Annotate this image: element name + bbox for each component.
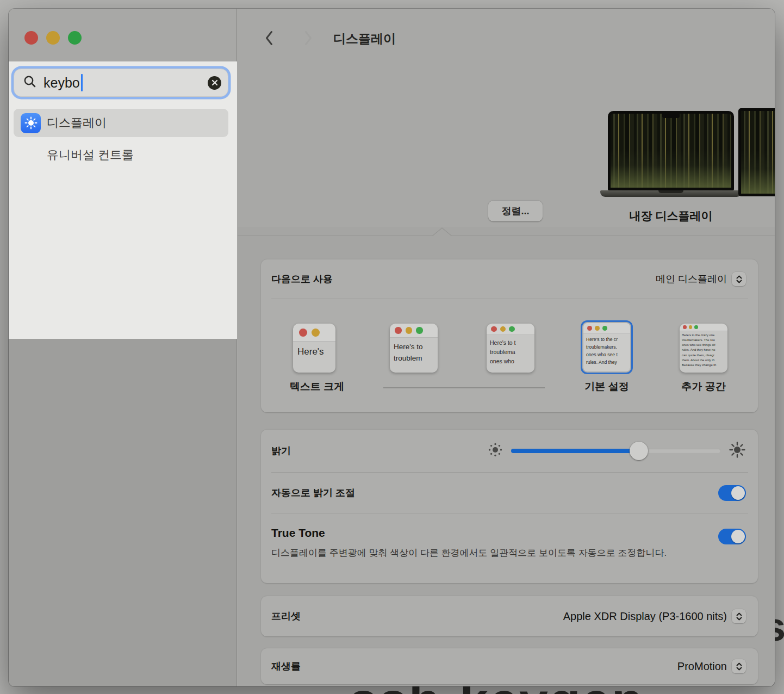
true-tone-description: 디스플레이를 주변광에 맞춰 색상이 다른 환경에서도 일관적으로 보이도록 자… bbox=[271, 546, 685, 561]
scaling-option-3[interactable]: Here's to t troublema ones who bbox=[487, 324, 534, 373]
scaling-preview-text: Here's to the cr troublemakers. ones who… bbox=[583, 333, 630, 367]
builtin-display-name: 내장 디스플레이 bbox=[606, 208, 736, 224]
sidebar: keybo bbox=[9, 9, 237, 686]
brightness-knob[interactable] bbox=[630, 442, 648, 460]
search-result-display[interactable]: 디스플레이 bbox=[14, 109, 228, 137]
brightness-slider[interactable] bbox=[511, 449, 720, 453]
scaling-option-2[interactable]: Here's to troublem bbox=[390, 324, 438, 373]
display-brightness-icon bbox=[21, 113, 41, 133]
forward-button[interactable] bbox=[301, 30, 316, 46]
laptop-base bbox=[600, 190, 742, 197]
clear-search-icon[interactable] bbox=[208, 76, 221, 90]
scaling-label-more-space: 추가 공간 bbox=[657, 380, 750, 394]
search-results-panel: keybo bbox=[9, 61, 237, 339]
brightness-card: 밝기 bbox=[261, 430, 758, 583]
scaling-preview-text: Here's to troublem bbox=[390, 338, 438, 364]
window-controls bbox=[24, 31, 82, 45]
scaling-label-default: 기본 설정 bbox=[561, 380, 653, 394]
auto-brightness-row: 자동으로 밝기 조절 bbox=[261, 473, 758, 513]
builtin-display-preview[interactable] bbox=[608, 111, 734, 190]
close-button[interactable] bbox=[24, 31, 38, 45]
settings-window: keybo bbox=[9, 9, 775, 686]
refresh-rate-row: 재생률 ProMotion bbox=[261, 648, 758, 684]
toggle-knob bbox=[731, 486, 745, 500]
search-icon bbox=[23, 75, 37, 91]
refresh-rate-card: 재생률 ProMotion bbox=[261, 648, 758, 684]
search-value: keybo bbox=[43, 75, 80, 91]
text-cursor bbox=[81, 74, 83, 91]
search-input[interactable]: keybo bbox=[14, 69, 228, 97]
minimize-button[interactable] bbox=[46, 31, 60, 45]
scaling-preview-text: Here's to t troublema ones who bbox=[487, 335, 534, 365]
external-display-name: LG HDR 4K bbox=[741, 208, 775, 221]
brightness-row: 밝기 bbox=[261, 430, 758, 472]
use-as-dropdown[interactable] bbox=[732, 272, 746, 286]
preset-card: 프리셋 Apple XDR Display (P3-1600 nits) bbox=[261, 596, 758, 636]
true-tone-row: True Tone 디스플레이를 주변광에 맞춰 색상이 다른 환경에서도 일관… bbox=[261, 513, 758, 584]
brightness-high-icon bbox=[729, 441, 746, 461]
external-display-preview[interactable] bbox=[738, 108, 775, 196]
scaling-option-default-selected[interactable]: Here's to the cr troublemakers. ones who… bbox=[581, 320, 633, 374]
search-result-label: 디스플레이 bbox=[47, 115, 107, 131]
preset-value: Apple XDR Display (P3-1600 nits) bbox=[563, 610, 727, 623]
section-divider bbox=[238, 236, 775, 236]
refresh-rate-dropdown[interactable] bbox=[732, 659, 746, 673]
scaling-preview-text: Here's bbox=[293, 342, 335, 357]
arrange-displays-button[interactable]: 정렬... bbox=[488, 201, 543, 221]
selected-display-pointer bbox=[432, 227, 452, 236]
search-result-label: 유니버설 컨트롤 bbox=[47, 147, 134, 163]
scaling-scale-line bbox=[383, 387, 545, 388]
true-tone-toggle[interactable] bbox=[718, 529, 746, 544]
page-title: 디스플레이 bbox=[333, 30, 396, 47]
use-as-value: 메인 디스플레이 bbox=[656, 272, 727, 286]
refresh-rate-label: 재생률 bbox=[271, 660, 301, 673]
auto-brightness-label: 자동으로 밝기 조절 bbox=[271, 486, 355, 499]
use-as-row: 다음으로 사용 메인 디스플레이 bbox=[261, 259, 758, 299]
main-pane: 디스플레이 내장 디스플레이 LG HDR 4K 정렬... 다음으로 사용 bbox=[238, 9, 775, 686]
laptop-notch bbox=[662, 114, 680, 118]
scaling-preview-text: Here's to the crazy one troublemakers. T… bbox=[680, 331, 727, 368]
brightness-label: 밝기 bbox=[271, 444, 291, 457]
scaling-option-larger-text[interactable]: Here's bbox=[293, 324, 335, 373]
zoom-button[interactable] bbox=[68, 31, 82, 45]
preset-row: 프리셋 Apple XDR Display (P3-1600 nits) bbox=[261, 596, 758, 636]
scaling-options: Here's Here's to troublem Here's to t tr… bbox=[261, 299, 758, 412]
toggle-knob bbox=[731, 530, 745, 543]
back-button[interactable] bbox=[262, 30, 277, 46]
brightness-low-icon bbox=[488, 442, 503, 460]
brightness-fill bbox=[511, 449, 639, 453]
scaling-option-more-space[interactable]: Here's to the crazy one troublemakers. T… bbox=[680, 324, 727, 373]
sidebar-titlebar bbox=[9, 9, 237, 61]
use-as-card: 다음으로 사용 메인 디스플레이 Here's Here's to troubl… bbox=[261, 259, 758, 412]
use-as-label: 다음으로 사용 bbox=[271, 272, 333, 286]
auto-brightness-toggle[interactable] bbox=[718, 485, 746, 501]
scaling-label-larger-text: 텍스트 크게 bbox=[271, 380, 363, 394]
preset-dropdown[interactable] bbox=[732, 609, 746, 623]
refresh-rate-value: ProMotion bbox=[677, 660, 727, 673]
search-result-universal-control[interactable]: 유니버설 컨트롤 bbox=[14, 141, 228, 169]
desktop: ssh-keygen s keybo bbox=[0, 0, 784, 694]
true-tone-label: True Tone bbox=[271, 526, 746, 540]
preset-label: 프리셋 bbox=[271, 610, 301, 623]
